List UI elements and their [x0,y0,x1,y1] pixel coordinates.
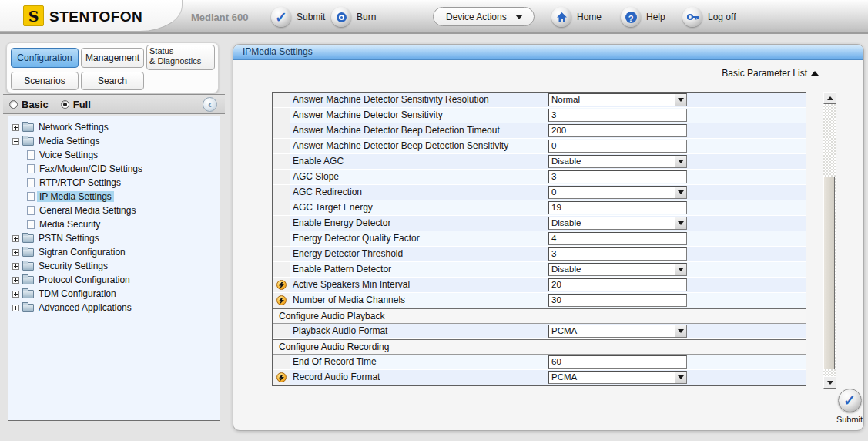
expand-icon[interactable] [12,263,19,270]
folder-icon [22,290,34,298]
param-select[interactable]: PCMA [548,325,687,338]
basic-parameter-list-toggle[interactable]: Basic Parameter List [722,68,819,79]
scrollbar-track[interactable] [823,104,836,376]
param-label: AGC Target Energy [290,200,548,216]
folder-icon [22,262,34,271]
param-input[interactable]: 3 [548,247,687,261]
param-input[interactable]: 4 [548,232,687,245]
expand-icon[interactable] [12,124,19,131]
tree-item-security-settings[interactable]: Security Settings [8,259,220,273]
device-actions-label: Device Actions [446,12,507,22]
tree-item-label: Media Settings [36,136,102,146]
param-select[interactable]: PCMA [548,371,687,384]
tree-item-pstn-settings[interactable]: PSTN Settings [8,231,220,245]
param-input[interactable]: 19 [548,201,687,214]
tree-item-ip-media-settings[interactable]: IP Media Settings [8,190,220,204]
tree-item-label: PSTN Settings [36,233,102,244]
param-select[interactable]: Disable [548,155,687,168]
dropdown-arrow-icon[interactable] [675,325,686,337]
tree-item-media-settings[interactable]: Media Settings [8,134,220,148]
param-select[interactable]: Disable [548,217,687,230]
vertical-scrollbar [823,92,836,389]
sidebar-tabs-panel: ConfigurationManagementStatus& Diagnosti… [6,42,219,93]
tab-status-diagnostics[interactable]: Status& Diagnostics [146,45,215,70]
tree-item-label: Fax/Modem/CID Settings [37,163,145,174]
param-input[interactable]: 200 [548,124,687,137]
param-input[interactable]: 20 [548,278,687,291]
tree-item-general-media-settings[interactable]: General Media Settings [8,204,220,217]
tree-item-network-settings[interactable]: Network Settings [8,120,220,134]
folder-icon [22,123,34,132]
radio-basic[interactable]: Basic [9,99,49,110]
home-button[interactable]: Home [551,6,602,28]
tree-item-voice-settings[interactable]: Voice Settings [8,148,220,162]
sidebar: ConfigurationManagementStatus& Diagnosti… [2,36,228,441]
radio-basic-label: Basic [22,99,49,110]
expand-icon[interactable] [12,235,19,242]
tree-item-rtp-rtcp-settings[interactable]: RTP/RTCP Settings [8,176,220,190]
param-select[interactable]: Disable [548,263,687,276]
tree-item-protocol-configuration[interactable]: Protocol Configuration [8,273,220,287]
stentofon-logo-icon: S [23,5,44,26]
scroll-up-button[interactable] [823,92,836,104]
burn-button[interactable]: Burn [331,6,376,28]
tab-scenarios[interactable]: Scenarios [11,72,79,90]
radio-basic-icon[interactable] [9,100,18,109]
dropdown-arrow-icon[interactable] [675,217,686,229]
expand-icon[interactable] [12,291,19,298]
param-input[interactable]: 0 [548,140,687,153]
param-label: Enable AGC [290,154,548,170]
table-row: Enable Energy DetectorDisable [273,216,806,231]
tab-search[interactable]: Search [81,72,144,90]
scrollbar-thumb[interactable] [823,177,835,369]
param-input[interactable]: 30 [548,294,687,307]
dropdown-arrow-icon[interactable] [675,187,686,198]
radio-full-icon[interactable] [61,100,69,109]
param-input[interactable]: 3 [548,170,687,183]
param-label: Playback Audio Format [290,324,548,339]
logoff-button[interactable]: Log off [682,6,736,28]
table-row: Number of Media Channels30 [273,293,806,308]
collapse-sidebar-button[interactable]: ‹ [203,97,217,112]
tab-management[interactable]: Management [81,48,144,68]
triangle-up-icon [811,71,819,76]
param-label: Enable Energy Detector [290,216,548,231]
tab-configuration[interactable]: Configuration [11,48,79,68]
param-input[interactable]: 60 [548,355,687,369]
tree-item-label: Media Security [37,219,102,230]
submit-button[interactable]: ✓ Submit [271,6,325,28]
table-row: Enable Pattern DetectorDisable [273,262,806,278]
tree-item-media-security[interactable]: Media Security [8,217,220,231]
collapse-icon[interactable] [12,138,19,145]
dropdown-arrow-icon[interactable] [675,156,686,167]
param-select[interactable]: Normal [548,93,687,106]
help-button[interactable]: Help [621,6,665,28]
dropdown-arrow-icon[interactable] [675,94,686,106]
param-value-cell: 20 [548,278,806,293]
expand-icon[interactable] [12,249,19,256]
dropdown-arrow-icon[interactable] [675,264,686,275]
tree-item-label: Security Settings [36,261,110,271]
key-icon [682,7,702,27]
device-actions-dropdown[interactable]: Device Actions [433,7,535,26]
tree-item-sigtran-configuration[interactable]: Sigtran Configuration [8,245,220,259]
home-label: Home [577,12,602,22]
tree-item-advanced-applications[interactable]: Advanced Applications [8,301,220,315]
expand-icon[interactable] [12,277,19,284]
param-label: Energy Detector Threshold [290,247,548,262]
row-gutter [273,262,290,278]
reset-required-icon [276,372,287,382]
table-row: AGC Target Energy19 [273,200,806,216]
scroll-down-button[interactable] [823,376,836,389]
param-select[interactable]: 0 [548,186,687,199]
param-input[interactable]: 3 [548,109,687,122]
table-row: Active Speakers Min Interval20 [273,278,806,293]
submit-page-button[interactable]: ✓ Submit [825,389,864,424]
radio-full[interactable]: Full [61,99,91,110]
tree-item-tdm-configuration[interactable]: TDM Configuration [8,287,220,301]
tree-item-fax-modem-cid-settings[interactable]: Fax/Modem/CID Settings [8,162,220,176]
dropdown-arrow-icon[interactable] [675,372,686,383]
expand-icon[interactable] [12,305,19,311]
table-row: Energy Detector Quality Factor4 [273,231,806,247]
tree-item-label: Voice Settings [37,150,100,160]
